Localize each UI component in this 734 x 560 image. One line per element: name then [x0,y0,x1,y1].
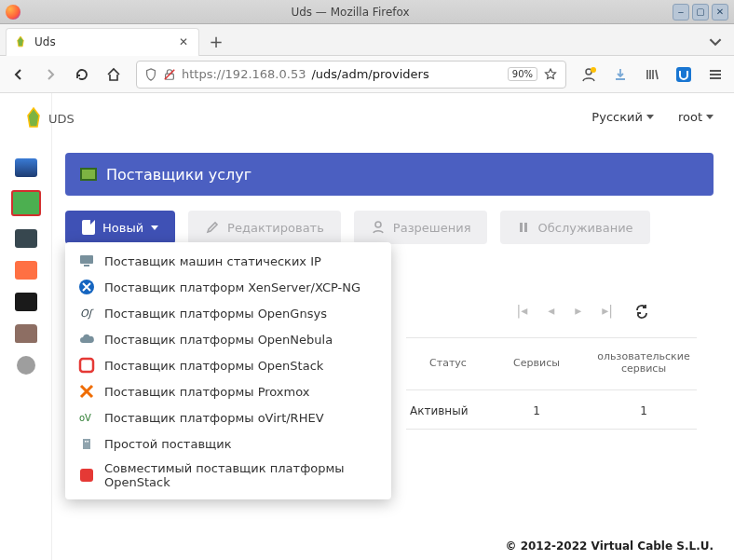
browser-tab[interactable]: Uds ✕ [6,28,199,56]
dd-item-ovirt[interactable]: oV Поставщик платформы oVirt/RHEV [65,404,391,430]
library-icon[interactable] [643,65,661,84]
dd-item-opengnsys[interactable]: Oʃ Поставщик платформы OpenGnsys [65,300,391,326]
td-services: 1 [490,401,583,421]
sidebar-item-7[interactable] [17,356,35,375]
xen-icon [78,279,95,295]
svg-rect-14 [83,439,90,449]
url-bar: https://192.168.0.53/uds/adm/providers 9… [0,56,734,93]
table-pager: |◂ ◂ ▸ ▸| [516,302,650,319]
dd-label: Поставщик платформ XenServer/XCP-NG [104,280,360,294]
url-path: /uds/adm/providers [311,67,428,81]
th-status[interactable]: Статус [406,351,490,375]
th-user-services[interactable]: ользовательские сервисы [583,345,704,380]
dd-label: Простой поставщик [104,437,232,451]
app-sidebar [0,93,52,560]
window-maximize-button[interactable]: ▢ [692,4,709,20]
dd-label: Совместимый поставщик платформы OpenStac… [104,461,378,489]
downloads-icon[interactable] [611,65,630,84]
edit-button[interactable]: Редактировать [188,211,341,244]
home-button[interactable] [104,65,123,84]
monitor-icon [78,253,95,269]
edit-label: Редактировать [227,221,324,235]
address-bar[interactable]: https://192.168.0.53/uds/adm/providers 9… [136,61,566,89]
ovirt-icon: oV [78,409,95,426]
dd-item-openstack[interactable]: Поставщик платформы OpenStack [65,352,391,378]
sidebar-item-providers-active[interactable] [11,190,41,216]
dd-item-xenserver[interactable]: Поставщик платформ XenServer/XCP-NG [65,274,391,300]
tab-favicon [14,35,27,48]
user-label: root [678,110,702,124]
person-icon [371,220,386,235]
proxmox-icon [78,383,95,400]
refresh-button[interactable] [633,302,650,319]
sidebar-item-6[interactable] [15,324,37,343]
toolbar: Новый Редактировать Разрешения Обслужива… [65,211,714,244]
window-close-button[interactable]: ✕ [712,4,728,20]
th-services[interactable]: Сервисы [490,351,583,375]
tab-close-button[interactable]: ✕ [176,34,191,49]
dd-item-static-ip[interactable]: Поставщик машин статических IP [65,248,391,274]
url-host: https://192.168.0.53 [182,67,306,81]
svg-rect-6 [520,223,523,232]
svg-rect-16 [88,441,89,443]
dd-item-simple[interactable]: Простой поставщик [65,430,391,457]
reload-button[interactable] [73,65,91,84]
last-page-button[interactable]: ▸| [602,303,613,318]
dd-item-openstack-compat[interactable]: Совместимый поставщик платформы OpenStac… [65,457,391,494]
svg-text:Oʃ: Oʃ [80,307,94,320]
user-menu[interactable]: root [678,110,714,124]
language-label: Русский [591,110,643,124]
bookmark-star-icon[interactable] [543,67,558,82]
svg-rect-7 [524,223,527,232]
table-row[interactable]: Активный 1 1 [406,401,714,421]
new-button[interactable]: Новый [65,211,175,244]
prev-page-button[interactable]: ◂ [548,303,554,318]
window-minimize-button[interactable]: ‒ [673,4,689,20]
sidebar-item-1[interactable] [15,158,37,177]
td-user-services: 1 [583,401,704,421]
lock-icon [163,68,176,81]
permissions-button[interactable]: Разрешения [354,211,488,244]
dd-label: Поставщик платформы OpenNebula [104,333,333,347]
sidebar-item-3[interactable] [15,229,37,248]
svg-text:oV: oV [79,413,91,423]
svg-rect-15 [85,441,87,443]
svg-rect-8 [80,255,93,264]
svg-point-3 [591,67,596,73]
providers-icon [80,168,97,181]
brand[interactable]: UDS [17,106,75,130]
sidebar-item-5[interactable] [15,293,37,311]
new-label: Новый [102,221,143,235]
sidebar-item-4[interactable] [15,261,37,280]
first-page-button[interactable]: |◂ [516,303,527,318]
firefox-icon [6,5,20,20]
forward-button[interactable] [41,65,60,84]
pause-icon [517,221,530,234]
extension-ublock-icon[interactable] [674,65,693,84]
footer-copyright: © 2012-2022 Virtual Cable S.L.U. [505,540,714,553]
pencil-icon [205,220,220,235]
next-page-button[interactable]: ▸ [575,303,581,318]
shield-icon [144,68,157,81]
page-title: Поставщики услуг [106,166,251,184]
uds-logo-icon [24,106,43,130]
app-menu-button[interactable] [706,65,725,84]
dd-label: Поставщик платформы OpenStack [104,359,323,373]
dd-item-proxmox[interactable]: Поставщик платформы Proxmox [65,378,391,404]
dd-label: Поставщик платформы oVirt/RHEV [104,411,324,425]
back-button[interactable] [9,65,28,84]
brand-name: UDS [48,112,75,126]
tab-strip: Uds ✕ + [0,24,734,56]
tab-overflow-button[interactable] [702,29,728,55]
maintenance-button[interactable]: Обслуживание [500,211,649,244]
chevron-down-icon [151,225,158,230]
page-header: Поставщики услуг [65,153,714,196]
account-icon[interactable] [579,65,598,84]
table-header: Статус Сервисы ользовательские сервисы [406,345,714,380]
language-selector[interactable]: Русский [591,110,654,124]
dd-item-opennebula[interactable]: Поставщик платформы OpenNebula [65,326,391,352]
new-tab-button[interactable]: + [203,29,229,55]
dd-label: Поставщик машин статических IP [104,254,321,268]
svg-rect-9 [84,265,89,266]
zoom-indicator[interactable]: 90% [508,67,537,81]
